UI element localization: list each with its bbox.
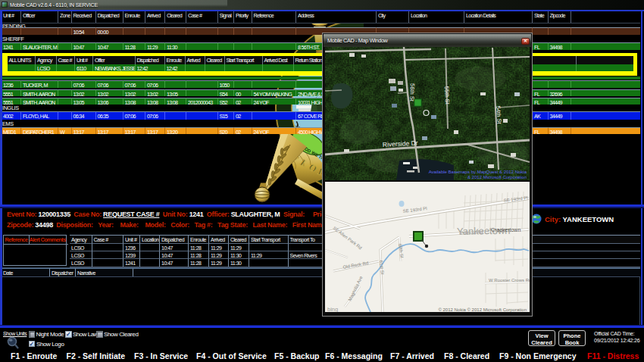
svg-text:56th St: 56th St: [408, 83, 416, 102]
svg-text:© 2012 Nokia © 2012 Microsoft: © 2012 Nokia © 2012 Microsoft Corporatio…: [438, 307, 527, 312]
svg-text:& 2012 Microsoft Corporation: & 2012 Microsoft Corporation: [467, 175, 527, 179]
svg-text:55th St: 55th St: [443, 86, 451, 105]
svg-text:Available Basemaps by MapQuest: Available Basemaps by MapQuest & 2012 No…: [429, 170, 527, 174]
svg-text:Crackertown: Crackertown: [491, 227, 521, 232]
svg-text:54th St: 54th St: [495, 106, 503, 125]
svg-text:W Rooster Crows Rd: W Rooster Crows Rd: [489, 278, 530, 282]
svg-text:bing: bing: [327, 306, 338, 312]
